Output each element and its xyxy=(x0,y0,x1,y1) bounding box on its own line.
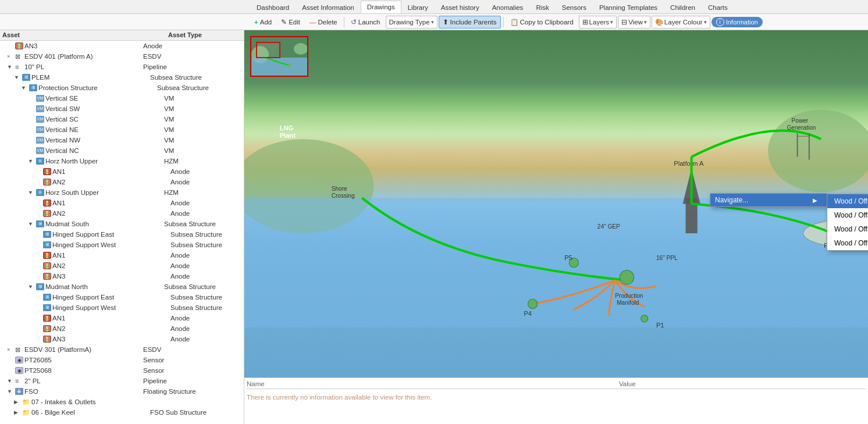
information-button[interactable]: i Information xyxy=(712,17,763,27)
tab-risk[interactable]: Risk xyxy=(529,1,555,13)
asset-tree[interactable]: 🔋AN3Anode×⊠ESDV 401 (Platform A)ESDV▼≡10… xyxy=(0,41,244,424)
tree-item-6[interactable]: VMVertical SWVM xyxy=(0,104,244,114)
submenu-item-2[interactable]: Wood / Offshore / 10" PL / PLEM / Mudmat… xyxy=(827,222,868,236)
tree-item-34[interactable]: ▶📁07 - Intakes & Outlets xyxy=(0,397,244,407)
tree-expander[interactable]: ▶ xyxy=(14,409,22,415)
include-parents-button[interactable]: ⬆ Include Parents xyxy=(439,16,501,28)
tree-item-15[interactable]: 🔋AN1Anode xyxy=(0,198,244,208)
tree-item-30[interactable]: ◉PT26085Sensor xyxy=(0,355,244,365)
tree-item-27[interactable]: 🔋AN2Anode xyxy=(0,323,244,334)
submenu-item-1[interactable]: Wood / Offshore / 10" PL / PLEM / Protec… xyxy=(827,208,868,222)
tree-item-8[interactable]: VMVertical NEVM xyxy=(0,124,244,135)
tab-children[interactable]: Children xyxy=(664,1,702,13)
tree-expander[interactable]: ▼ xyxy=(28,190,36,195)
submenu-item-0[interactable]: Wood / Offshore / 10" PL / PLEM / Protec… xyxy=(827,194,868,208)
navigate-menu-item[interactable]: Navigate... ▶ xyxy=(710,194,827,206)
svg-text:16" PPL: 16" PPL xyxy=(656,255,678,261)
launch-button[interactable]: ↺ Launch xyxy=(347,16,385,28)
svg-point-33 xyxy=(287,63,291,67)
tree-item-35[interactable]: ▶📁06 - Bilge KeelFSO Sub Structure xyxy=(0,407,244,418)
submenu-item-3[interactable]: Wood / Offshore / 10" PL / PLEM / Mudmat… xyxy=(827,236,868,250)
drawing-type-dropdown[interactable]: Drawing Type ▾ xyxy=(386,16,437,28)
tree-item-23[interactable]: ▼⊞Mudmat NorthSubsea Structure xyxy=(0,282,244,292)
add-button[interactable]: + Add xyxy=(250,16,276,28)
minimap[interactable] xyxy=(250,36,308,77)
tree-expander[interactable]: ▼ xyxy=(7,378,15,384)
tree-item-21[interactable]: 🔋AN2Anode xyxy=(0,261,244,271)
tree-expander[interactable]: ▼ xyxy=(21,85,29,91)
tab-charts[interactable]: Charts xyxy=(702,1,734,13)
tab-anomalies[interactable]: Anomalies xyxy=(486,1,530,13)
tree-item-11[interactable]: ▼⊞Horz North UpperHZM xyxy=(0,156,244,166)
col-asset-header: Asset xyxy=(0,30,166,40)
tree-item-0[interactable]: 🔋AN3Anode xyxy=(0,41,244,51)
tree-item-4[interactable]: ▼⊞Protection StructureSubsea Structure xyxy=(0,83,244,93)
tree-icon: 🔋 xyxy=(43,262,51,269)
tree-item-16[interactable]: 🔋AN2Anode xyxy=(0,208,244,219)
tree-expander[interactable]: ▼ xyxy=(7,64,15,70)
tree-item-2[interactable]: ▼≡10" PLPipeline xyxy=(0,62,244,72)
tree-type: Pipeline xyxy=(141,63,216,70)
svg-point-31 xyxy=(294,43,308,55)
tree-item-17[interactable]: ▼⊞Mudmat SouthSubsea Structure xyxy=(0,219,244,229)
tree-type: VM xyxy=(162,137,237,144)
tree-type: FSO Sub Structure xyxy=(148,409,223,416)
tree-label: PT26085 xyxy=(24,357,141,364)
svg-text:Crossing: Crossing xyxy=(332,193,355,199)
tree-label: ESDV 301 (PlatformA) xyxy=(24,346,141,353)
tree-type: Pipeline xyxy=(141,377,216,384)
tree-item-1[interactable]: ×⊠ESDV 401 (Platform A)ESDV xyxy=(0,51,244,62)
tree-label: AN1 xyxy=(52,252,168,259)
tree-expander[interactable]: ▼ xyxy=(14,74,22,80)
tree-label: AN1 xyxy=(52,168,168,175)
tree-item-5[interactable]: VMVertical SEVM xyxy=(0,93,244,104)
tree-expander[interactable]: ▼ xyxy=(28,158,36,164)
info-empty-message: There is currently no information availa… xyxy=(247,391,866,403)
tab-library[interactable]: Library xyxy=(401,1,435,13)
tab-asset-information[interactable]: Asset Information xyxy=(296,1,360,13)
tree-item-24[interactable]: ⊞Hinged Support EastSubsea Structure xyxy=(0,292,244,302)
layer-colour-dropdown[interactable]: 🎨 Layer Colour ▾ xyxy=(652,16,710,28)
tree-item-18[interactable]: ⊞Hinged Support EastSubsea Structure xyxy=(0,229,244,240)
tab-sensors[interactable]: Sensors xyxy=(556,1,593,13)
edit-button[interactable]: ✎ Edit xyxy=(277,16,304,28)
tree-expander[interactable]: ▼ xyxy=(7,389,15,394)
tree-item-28[interactable]: 🔋AN3Anode xyxy=(0,334,244,344)
tree-item-32[interactable]: ▼≡2" PLPipeline xyxy=(0,376,244,386)
tree-item-29[interactable]: ×⊠ESDV 301 (PlatformA)ESDV xyxy=(0,344,244,355)
tree-item-22[interactable]: 🔋AN3Anode xyxy=(0,271,244,282)
layers-label: Layers xyxy=(589,19,610,26)
tree-item-20[interactable]: 🔋AN1Anode xyxy=(0,250,244,261)
drawing-canvas-area[interactable]: P4 P5 P1 Platform A FSO Flexible Riser xyxy=(244,30,868,377)
tree-expander[interactable]: × xyxy=(7,347,15,352)
tab-dashboard[interactable]: Dashboard xyxy=(250,1,296,13)
tree-item-12[interactable]: 🔋AN1Anode xyxy=(0,166,244,177)
tab-planning-templates[interactable]: Planning Templates xyxy=(593,1,664,13)
layers-dropdown[interactable]: ⊞ Layers ▾ xyxy=(579,16,617,28)
tree-item-3[interactable]: ▼⊞PLEMSubsea Structure xyxy=(0,72,244,83)
tree-item-33[interactable]: ▼⛴FSOFloating Structure xyxy=(0,386,244,397)
copy-to-clipboard-button[interactable]: 📋 Copy to Clipboard xyxy=(506,16,578,28)
tree-item-31[interactable]: ◉PT25068Sensor xyxy=(0,365,244,376)
svg-text:Production: Production xyxy=(615,293,643,299)
tree-expander[interactable]: × xyxy=(7,54,15,59)
tree-item-7[interactable]: VMVertical SCVM xyxy=(0,114,244,124)
tree-item-10[interactable]: VMVertical NCVM xyxy=(0,145,244,156)
tree-item-19[interactable]: ⊞Hinged Support WestSubsea Structure xyxy=(0,240,244,250)
tree-icon: ⊞ xyxy=(36,283,44,290)
delete-button[interactable]: — Delete xyxy=(305,16,341,28)
tree-expander[interactable]: ▼ xyxy=(28,284,36,290)
tree-type: HZM xyxy=(162,189,237,196)
tree-icon: 🔋 xyxy=(43,252,51,259)
tree-expander[interactable]: ▼ xyxy=(28,221,36,227)
tree-item-26[interactable]: 🔋AN1Anode xyxy=(0,313,244,323)
tree-item-25[interactable]: ⊞Hinged Support WestSubsea Structure xyxy=(0,302,244,313)
tree-expander[interactable]: ▶ xyxy=(14,399,22,405)
tab-drawings[interactable]: Drawings xyxy=(361,1,401,13)
tree-item-14[interactable]: ▼⊞Horz South UpperHZM xyxy=(0,187,244,198)
tab-asset-history[interactable]: Asset history xyxy=(435,1,486,13)
layer-colour-icon: 🎨 xyxy=(655,18,663,26)
tree-item-13[interactable]: 🔋AN2Anode xyxy=(0,177,244,187)
view-dropdown[interactable]: ⊟ View ▾ xyxy=(618,16,650,28)
tree-item-9[interactable]: VMVertical NWVM xyxy=(0,135,244,145)
